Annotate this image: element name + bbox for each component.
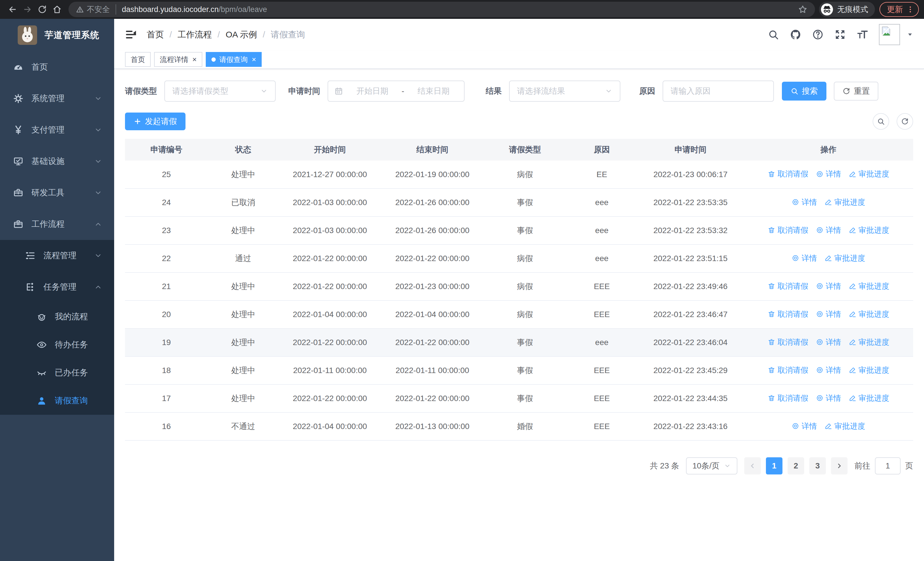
toggle-search-button[interactable] [873, 113, 889, 130]
progress-link[interactable]: 审批进度 [849, 337, 890, 347]
sidebar-item[interactable]: 任务管理 [0, 271, 114, 303]
table-cell: 已取消 [208, 188, 279, 217]
search-button[interactable]: 搜索 [782, 82, 826, 101]
progress-link[interactable]: 审批进度 [849, 169, 890, 179]
detail-link[interactable]: 详情 [816, 337, 841, 347]
sidebar-item[interactable]: 我的流程 [0, 303, 114, 331]
detail-link[interactable]: 详情 [816, 169, 841, 179]
page-number-button[interactable]: 3 [809, 457, 826, 474]
detail-link[interactable]: 详情 [816, 281, 841, 291]
view-icon [792, 422, 799, 430]
chevron-down-icon [94, 95, 102, 102]
bookmark-star-icon[interactable] [798, 5, 808, 14]
pen-icon [849, 282, 856, 290]
sidebar-item[interactable]: 研发工具 [0, 177, 114, 209]
broken-image-icon [880, 26, 892, 37]
kebab-menu-icon[interactable] [906, 5, 914, 14]
cancel-leave-link[interactable]: 取消请假 [768, 169, 808, 179]
progress-link[interactable]: 审批进度 [849, 309, 890, 319]
breadcrumb-item[interactable]: 工作流程 [177, 29, 212, 41]
create-leave-button[interactable]: 发起请假 [125, 113, 186, 130]
progress-link-label: 审批进度 [859, 309, 890, 319]
leave-type-label: 请假类型 [125, 86, 157, 96]
cancel-leave-link[interactable]: 取消请假 [768, 337, 808, 347]
sidebar-item[interactable]: 已办任务 [0, 359, 114, 387]
detail-link[interactable]: 详情 [792, 197, 817, 208]
address-bar[interactable]: 不安全 dashboard.yudao.iocoder.cn/bpm/oa/le… [69, 2, 815, 17]
back-button[interactable] [5, 2, 20, 17]
prev-page-button[interactable] [744, 457, 761, 474]
breadcrumb-item[interactable]: 首页 [147, 29, 164, 41]
browser-update-button[interactable]: 更新 [879, 2, 919, 17]
progress-link[interactable]: 审批进度 [824, 197, 865, 208]
cancel-leave-link[interactable]: 取消请假 [768, 365, 808, 375]
font-size-icon[interactable] [856, 29, 868, 40]
sidebar-item[interactable]: 待办任务 [0, 331, 114, 359]
cancel-leave-link[interactable]: 取消请假 [768, 225, 808, 235]
reset-button[interactable]: 重置 [834, 82, 878, 101]
help-icon[interactable] [812, 29, 824, 40]
close-icon[interactable]: × [252, 56, 256, 63]
leave-type-select[interactable]: 请选择请假类型 [164, 81, 276, 102]
detail-link[interactable]: 详情 [792, 421, 817, 431]
trash-icon [768, 282, 776, 290]
view-icon [816, 394, 824, 402]
progress-link[interactable]: 审批进度 [849, 225, 890, 235]
refresh-table-button[interactable] [897, 113, 913, 130]
pen-icon [824, 422, 832, 430]
cancel-leave-link[interactable]: 取消请假 [768, 281, 808, 291]
home-button[interactable] [50, 2, 64, 17]
table-cell: 22 [125, 245, 208, 272]
page-number-button[interactable]: 2 [788, 457, 804, 474]
sidebar-item-label: 工作流程 [32, 218, 64, 230]
result-select[interactable]: 请选择流结果 [509, 81, 620, 102]
active-tab-dot [212, 57, 216, 62]
avatar[interactable] [879, 24, 900, 45]
search-icon[interactable] [768, 29, 779, 40]
sidebar-item[interactable]: 系统管理 [0, 83, 114, 114]
chevron-down-icon[interactable] [907, 32, 913, 38]
progress-link[interactable]: 审批进度 [824, 421, 865, 431]
github-icon[interactable] [790, 29, 801, 40]
progress-link[interactable]: 审批进度 [849, 393, 890, 403]
fullscreen-icon[interactable] [834, 29, 846, 40]
table-cell: 病假 [484, 272, 567, 301]
tab-item[interactable]: 首页 [125, 52, 151, 67]
detail-link[interactable]: 详情 [816, 393, 841, 403]
apply-time-range-picker[interactable]: 开始日期 - 结束日期 [328, 81, 465, 102]
security-chip[interactable]: 不安全 [76, 4, 116, 15]
goto-page-input[interactable] [875, 457, 901, 474]
breadcrumb-item[interactable]: OA 示例 [226, 29, 257, 41]
sidebar-item[interactable]: 支付管理 [0, 114, 114, 146]
tab-active[interactable]: 请假查询× [206, 52, 262, 67]
table-cell: 2022-01-19 00:00:00 [381, 161, 484, 188]
next-page-button[interactable] [831, 457, 848, 474]
view-icon [816, 366, 824, 374]
hamburger-icon[interactable] [125, 29, 137, 41]
browser-toolbar: 不安全 dashboard.yudao.iocoder.cn/bpm/oa/le… [0, 0, 924, 19]
progress-link[interactable]: 审批进度 [849, 281, 890, 291]
close-icon[interactable]: × [192, 56, 196, 63]
tab-item[interactable]: 流程详情× [154, 52, 202, 67]
cancel-leave-link[interactable]: 取消请假 [768, 309, 808, 319]
page-size-select[interactable]: 10条/页 [686, 457, 737, 474]
page-number-button[interactable]: 1 [766, 457, 783, 474]
sidebar-item[interactable]: 首页 [0, 51, 114, 83]
reload-button[interactable] [35, 2, 50, 17]
detail-link[interactable]: 详情 [816, 309, 841, 319]
sidebar-item[interactable]: 请假查询 [0, 387, 114, 415]
plus-icon [134, 117, 141, 125]
progress-link[interactable]: 审批进度 [824, 253, 865, 263]
detail-link[interactable]: 详情 [816, 225, 841, 235]
reason-input[interactable] [665, 87, 772, 96]
sidebar-item[interactable]: 工作流程 [0, 209, 114, 240]
cancel-leave-link[interactable]: 取消请假 [768, 393, 808, 403]
detail-link[interactable]: 详情 [792, 253, 817, 263]
row-actions: 详情审批进度 [744, 188, 913, 217]
progress-link[interactable]: 审批进度 [849, 365, 890, 375]
pen-icon [849, 310, 856, 318]
sidebar-item[interactable]: 基础设施 [0, 146, 114, 177]
forward-button[interactable] [20, 2, 35, 17]
sidebar-item[interactable]: 流程管理 [0, 240, 114, 271]
detail-link[interactable]: 详情 [816, 365, 841, 375]
